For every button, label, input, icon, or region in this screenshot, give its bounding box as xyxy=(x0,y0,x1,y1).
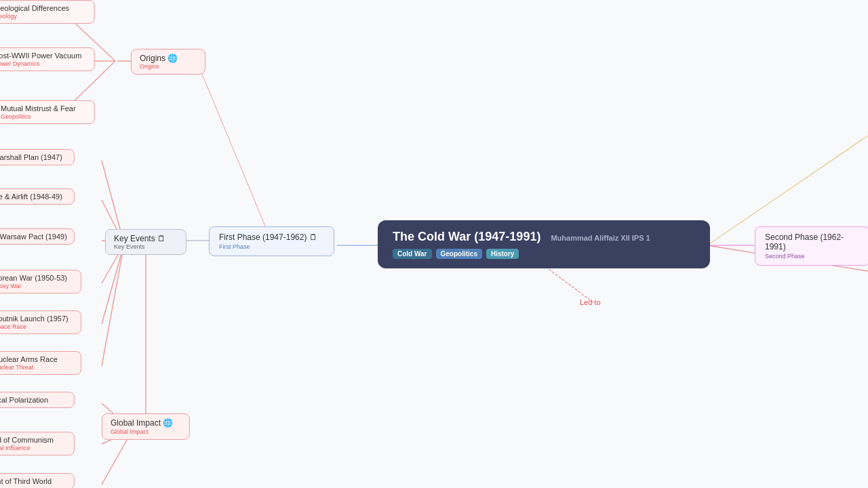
node-origins[interactable]: Origins 🌐 Origins xyxy=(131,49,205,75)
node-nuclear-arms-tag: Nuclear Threat xyxy=(0,364,75,371)
node-sputnik[interactable]: Sputnik Launch (1957) Space Race xyxy=(0,310,81,334)
node-spread-communism-tag: logical Influence xyxy=(0,445,68,451)
node-ideological-differences[interactable]: Ideological Differences Ideology xyxy=(0,0,95,24)
node-first-phase-tag: First Phase xyxy=(219,243,324,250)
node-main-coldwar[interactable]: The Cold War (1947-1991) Muhammad Aliffa… xyxy=(378,220,710,268)
led-to-label: Led to xyxy=(580,298,601,306)
node-korean-war-tag: Proxy War xyxy=(0,283,75,289)
node-sputnik-tag: Space Race xyxy=(0,323,75,330)
node-spread-communism-label: read of Communism xyxy=(0,436,54,444)
node-first-phase[interactable]: First Phase (1947-1962) 🗒 First Phase xyxy=(209,226,334,256)
main-tags: Cold War Geopolitics History xyxy=(393,249,695,259)
node-blockade-airlift-label: kade & Airlift (1948-49) xyxy=(0,192,62,201)
node-key-events[interactable]: Key Events 🗒 Key Events xyxy=(105,229,186,255)
svg-line-11 xyxy=(102,244,124,324)
node-post-wwii[interactable]: Post-WWII Power Vacuum Power Dynamics xyxy=(0,47,95,71)
tag-history: History xyxy=(486,249,519,259)
node-political-polarization[interactable]: olitical Polarization xyxy=(0,392,75,408)
node-second-phase[interactable]: Second Phase (1962-1991) Second Phase xyxy=(755,226,868,266)
node-nuclear-arms[interactable]: Nuclear Arms Race Nuclear Threat xyxy=(0,351,81,375)
node-korean-war-label: Korean War (1950-53) xyxy=(0,274,67,282)
node-origins-label: Origins 🌐 xyxy=(140,54,178,63)
node-global-impact[interactable]: Global Impact 🌐 Global Impact xyxy=(102,413,190,440)
node-second-phase-label: Second Phase (1962-1991) xyxy=(765,232,844,251)
node-post-wwii-label: Post-WWII Power Vacuum xyxy=(0,52,81,60)
node-blockade-airlift[interactable]: kade & Airlift (1948-49) xyxy=(0,188,75,205)
node-marshall-plan-label: & Marshall Plan (1947) xyxy=(0,153,62,161)
node-third-world[interactable]: ment of Third World xyxy=(0,473,75,488)
node-first-phase-label: First Phase (1947-1962) 🗒 xyxy=(219,232,317,242)
node-global-impact-tag: Global Impact xyxy=(111,428,181,435)
node-nato-warsaw-label: 0 & Warsaw Pact (1949) xyxy=(0,232,67,241)
node-ideological-differences-tag: Ideology xyxy=(0,13,87,20)
node-second-phase-tag: Second Phase xyxy=(765,253,860,260)
main-title: The Cold War (1947-1991) xyxy=(393,230,540,243)
node-global-impact-label: Global Impact 🌐 xyxy=(111,418,173,428)
node-korean-war[interactable]: Korean War (1950-53) Proxy War xyxy=(0,270,81,293)
node-sputnik-label: Sputnik Launch (1957) xyxy=(0,314,68,323)
node-origins-tag: Origins xyxy=(140,63,197,70)
node-ideological-differences-label: Ideological Differences xyxy=(0,4,69,12)
node-nuclear-arms-label: Nuclear Arms Race xyxy=(0,355,58,363)
node-mutual-mistrust-tag: Geopolitics xyxy=(1,113,87,120)
svg-line-12 xyxy=(102,244,124,366)
node-post-wwii-tag: Power Dynamics xyxy=(0,60,87,67)
tag-geopolitics: Geopolitics xyxy=(436,249,482,259)
main-subtitle: Muhammad Aliffaiz XII IPS 1 xyxy=(551,234,650,242)
node-key-events-label: Key Events 🗒 xyxy=(114,234,165,243)
node-key-events-tag: Key Events xyxy=(114,243,178,250)
node-third-world-label: ment of Third World xyxy=(0,477,52,485)
node-mutual-mistrust-label: Mutual Mistrust & Fear xyxy=(1,104,76,113)
node-mutual-mistrust[interactable]: Mutual Mistrust & Fear Geopolitics xyxy=(0,100,95,124)
node-nato-warsaw[interactable]: 0 & Warsaw Pact (1949) xyxy=(0,228,75,245)
node-marshall-plan[interactable]: & Marshall Plan (1947) xyxy=(0,149,75,165)
svg-line-19 xyxy=(197,61,271,241)
tag-coldwar: Cold War xyxy=(393,249,432,259)
node-political-polarization-label: olitical Polarization xyxy=(0,396,48,404)
node-spread-communism[interactable]: read of Communism logical Influence xyxy=(0,432,75,455)
mind-map-canvas: Ideological Differences Ideology Post-WW… xyxy=(0,0,868,488)
